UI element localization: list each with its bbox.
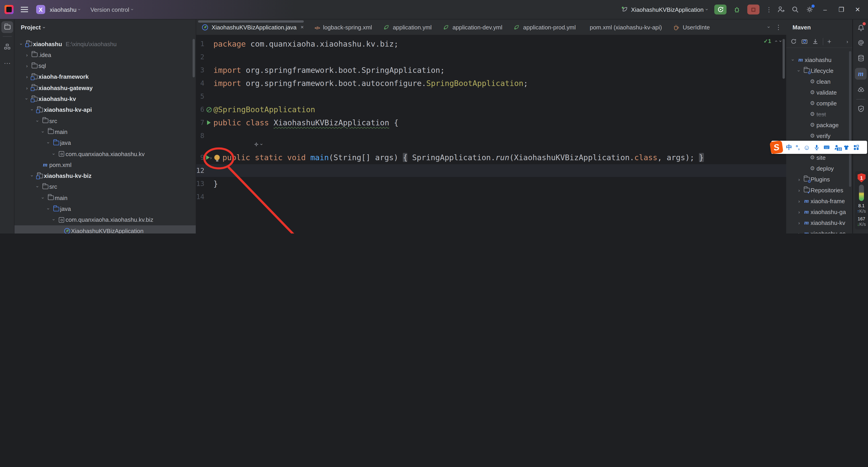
code-line[interactable]: 7public class XiaohashuKVBizApplication … — [196, 116, 399, 129]
gutter-icon[interactable] — [205, 106, 213, 113]
minimize-button[interactable]: – — [820, 6, 830, 13]
more-tools-icon[interactable]: … — [1, 56, 13, 67]
project-tree-item[interactable]: XiaohashuKVBizApplication — [14, 225, 196, 233]
stop-button[interactable] — [747, 4, 760, 14]
project-tree-item[interactable]: ›xiaohashu-gateway — [14, 82, 196, 93]
code-editor[interactable]: 1package com.quanxiaoha.xiaohashu.kv.biz… — [196, 35, 786, 233]
security-badge-icon[interactable]: 1 — [857, 173, 866, 182]
ime-account-icon[interactable]: 10 — [834, 144, 839, 150]
project-tree-item[interactable]: ›xiaohashuE:\xinqiu\xiaohashu — [14, 38, 196, 49]
project-tree-item[interactable]: ›com.quanxiaoha.xiaohashu.kv — [14, 148, 196, 159]
project-tree-item[interactable]: ›xiaoha-framework — [14, 71, 196, 82]
tabbar-scroll-thumb[interactable] — [198, 20, 304, 23]
project-tree-item[interactable]: ›.idea — [14, 50, 196, 60]
maven-refresh-icon[interactable] — [790, 38, 797, 45]
project-selector[interactable]: xiaohashu › — [50, 6, 81, 13]
avatar[interactable]: X — [36, 5, 45, 14]
project-tree-item[interactable]: ›main — [14, 126, 196, 137]
code-line[interactable]: 14 — [196, 191, 213, 203]
ime-mic-icon[interactable] — [814, 144, 819, 150]
maven-tree-item[interactable]: ›mxiaohashu-ga — [786, 206, 852, 217]
close-button[interactable]: ✕ — [852, 6, 863, 13]
maven-tree-item[interactable]: ⚙validate — [786, 87, 852, 98]
tab-list-chevron-icon[interactable]: › — [766, 26, 772, 28]
maven-tree-item[interactable]: ›Plugins — [786, 174, 852, 185]
structure-tool-icon[interactable] — [1, 41, 13, 53]
more-actions-icon[interactable]: ⋮ — [766, 8, 770, 11]
project-tree-item[interactable]: ›java — [14, 203, 196, 214]
code-line[interactable]: 13} — [196, 177, 218, 190]
gutter-icon[interactable]: › — [205, 155, 213, 160]
vcs-widget[interactable]: Version control › — [90, 6, 133, 13]
editor-tab[interactable]: UserIdInte — [667, 20, 715, 35]
ime-chinese-icon[interactable]: 中 — [786, 143, 792, 151]
project-tree-item[interactable]: ›main — [14, 192, 196, 203]
maven-tree-item[interactable]: ⚙package — [786, 119, 852, 130]
ime-emoji-icon[interactable]: ☺ — [803, 143, 810, 151]
maven-tree-item[interactable]: ›Lifecycle — [786, 65, 852, 76]
maven-tree-item[interactable]: ›mxiaohashu-os — [786, 228, 852, 233]
maven-tree-item[interactable]: ›mxiaohashu — [786, 54, 852, 65]
sogou-logo-icon[interactable]: S — [770, 141, 783, 154]
project-scrollbar[interactable] — [193, 39, 195, 77]
maven-tree-item[interactable]: ⚙verify — [786, 130, 852, 141]
search-icon[interactable] — [791, 5, 799, 13]
maven-tree-item[interactable]: ›Repositories — [786, 185, 852, 196]
project-tree-item[interactable]: ›xiaohashu-kv-biz — [14, 170, 196, 181]
code-line[interactable]: 3import org.springframework.boot.SpringA… — [196, 64, 445, 77]
maven-reload-projects-icon[interactable] — [801, 38, 808, 45]
prev-problem-icon[interactable]: › — [773, 40, 778, 42]
maven-tree-item[interactable]: ›mxiaohashu-kv — [786, 217, 852, 228]
tab-options-icon[interactable]: ⋮ — [775, 26, 780, 29]
maven-tree-item[interactable]: ⚙deploy — [786, 163, 852, 174]
close-icon[interactable]: × — [301, 24, 304, 30]
shield-icon[interactable] — [855, 103, 867, 115]
settings-icon[interactable] — [806, 5, 814, 13]
maven-tree-item[interactable]: ›mxiaoha-frame — [786, 196, 852, 206]
project-tree-item[interactable]: ›com.quanxiaoha.xiaohashu.kv.biz — [14, 214, 196, 225]
code-line[interactable]: 1package com.quanxiaoha.xiaohashu.kv.biz… — [196, 37, 399, 50]
ime-keyboard-icon[interactable] — [823, 144, 830, 151]
code-line[interactable]: 9›public static void main(String[] args)… — [196, 151, 704, 164]
debug-button[interactable] — [733, 5, 741, 13]
main-menu-icon[interactable] — [21, 7, 28, 12]
code-line[interactable]: 4import org.springframework.boot.autocon… — [196, 77, 528, 90]
maven-tree-item[interactable]: ⚙clean — [786, 76, 852, 87]
project-tool-icon[interactable] — [1, 21, 13, 33]
notifications-bell-icon[interactable] — [855, 22, 867, 33]
code-line[interactable]: 12 — [196, 164, 213, 177]
editor-tab[interactable]: application-prod.yml — [508, 20, 581, 35]
maven-tree-item[interactable]: ⚙compile — [786, 98, 852, 109]
inspections-widget[interactable]: ✓1 › › — [764, 38, 782, 45]
project-tree-item[interactable]: mpom.xml — [14, 159, 196, 170]
project-tree-item[interactable]: ›xiaohashu-kv-api — [14, 105, 196, 115]
code-line[interactable]: 6@SpringBootApplication — [196, 103, 315, 116]
run-configuration-selector[interactable]: XiaohashuKVBizApplication › — [621, 6, 708, 13]
maven-tree-item[interactable]: ⚙test — [786, 109, 852, 119]
editor-tab[interactable]: pom.xml (xiaohashu-kv-api) — [581, 20, 667, 35]
intention-bulb-icon[interactable] — [214, 155, 220, 160]
build-tool-window-icon[interactable] — [855, 84, 867, 96]
project-tree-item[interactable]: ›java — [14, 137, 196, 148]
maven-download-sources-icon[interactable] — [812, 38, 819, 45]
ime-toolbox-icon[interactable] — [853, 144, 860, 150]
project-tree-item[interactable]: ›src — [14, 115, 196, 126]
add-user-icon[interactable] — [777, 5, 785, 13]
project-tree-item[interactable]: ›xiaohashu-kv — [14, 93, 196, 104]
restore-button[interactable]: ❐ — [836, 6, 846, 13]
editor-tab[interactable]: </>logback-spring.xml — [309, 20, 377, 35]
ai-assistant-icon[interactable] — [855, 37, 867, 49]
database-icon[interactable] — [855, 52, 867, 64]
editor-tab[interactable]: application-dev.yml — [437, 20, 508, 35]
net-monitor-widget[interactable]: 1 8.1↑K/s 167↓K/s — [855, 171, 868, 229]
run-gutter-popup-icon[interactable]: › — [253, 141, 262, 148]
maven-add-icon[interactable]: + — [827, 37, 831, 45]
code-line[interactable]: 8 — [196, 129, 213, 142]
editor-scrollbar[interactable] — [782, 39, 785, 79]
code-line[interactable]: 5 — [196, 90, 213, 103]
maven-tool-icon[interactable]: m — [855, 68, 867, 80]
rerun-button[interactable] — [714, 4, 726, 14]
ime-punctuation-icon[interactable]: °‚ — [796, 144, 800, 151]
editor-tab[interactable]: application.yml — [377, 20, 437, 35]
gutter-icon[interactable] — [205, 120, 213, 125]
